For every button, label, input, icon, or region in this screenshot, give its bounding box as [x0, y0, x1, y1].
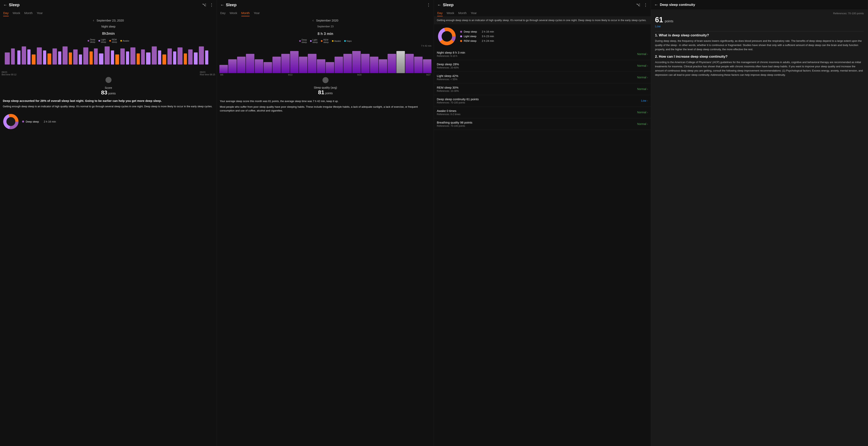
svg-rect-4	[27, 50, 31, 64]
stat-right-1: Normal ›	[637, 64, 648, 67]
stat-row-5[interactable]: Awake 0 times References: 0-2 times Norm…	[434, 107, 651, 118]
panel1-body-text: Getting enough deep sleep is an indicato…	[3, 104, 214, 108]
back-icon-p1[interactable]: ←	[3, 3, 7, 7]
bar-10	[308, 54, 316, 73]
svg-rect-35	[188, 50, 193, 64]
back-icon-p3[interactable]: ←	[437, 3, 441, 7]
panel4-title: Deep sleep continuity	[660, 3, 865, 7]
tab-week-p2[interactable]: Week	[230, 11, 237, 16]
tab-month-p2[interactable]: Month	[241, 11, 250, 16]
stat-status-3: Normal	[637, 87, 646, 91]
score-val-p2: 81 points	[318, 89, 333, 96]
prev-arrow-p1[interactable]: ‹	[93, 18, 94, 23]
divider-p4	[655, 31, 864, 31]
panel-deep-sleep-info: ← Deep sleep continuity References: 70-1…	[651, 0, 868, 446]
stat-ref-3: References: 10-30%	[437, 90, 459, 92]
svg-rect-27	[146, 53, 151, 64]
legend-dot-deep-p1	[88, 40, 89, 41]
panel2-text: Your average sleep score this month was …	[217, 98, 434, 116]
tab-week-p3[interactable]: Week	[447, 11, 454, 16]
date-label-p1: September 23, 2020	[97, 19, 124, 22]
stat-left-1: Deep sleep 28% References: 20-60%	[437, 62, 459, 69]
stat-left-6: Breathing quality 98 points References: …	[437, 121, 472, 127]
stat-right-5: Normal ›	[637, 111, 648, 114]
panel2-x-labels: 9/6 9/13 9/20 9/27	[219, 73, 432, 76]
svg-rect-26	[141, 50, 145, 64]
stat-name-5: Awake 0 times	[437, 109, 460, 113]
bar-6	[273, 57, 281, 73]
stat-name-2: Light sleep 42%	[437, 74, 458, 77]
link-icon-p1[interactable]: ⌥	[202, 3, 206, 7]
donut-item-rem-p3: REM sleep 2 h 24 min	[460, 39, 494, 42]
more-icon-p3[interactable]: ⋮	[644, 2, 648, 7]
sleep-label-p1: Night sleep	[0, 25, 217, 28]
panel2-tabs: Day Week Month Year	[217, 10, 434, 16]
bar-17	[370, 57, 378, 73]
section1-text-p4: During deep sleep, the frequency of brai…	[655, 39, 864, 52]
tab-day-p3[interactable]: Day	[437, 11, 443, 16]
mins-p1: 3	[106, 32, 108, 36]
back-icon-p2[interactable]: ←	[220, 3, 224, 7]
panel1-bold-text: Deep sleep accounted for 28% of overall …	[3, 99, 214, 103]
bar-22	[414, 57, 423, 73]
tab-week-p1[interactable]: Week	[13, 11, 20, 16]
back-icon-p4[interactable]: ←	[654, 2, 658, 7]
bar-19	[388, 54, 396, 73]
stat-left-4: Deep sleep continuity 61 points Referenc…	[437, 97, 478, 104]
stat-row-3[interactable]: REM sleep 30% References: 10-30% Normal …	[434, 84, 651, 95]
svg-rect-19	[105, 46, 110, 64]
stat-right-6: Normal ›	[637, 122, 648, 126]
svg-rect-24	[130, 47, 135, 64]
tab-month-p3[interactable]: Month	[458, 11, 467, 16]
points-label-p4: points	[665, 20, 674, 23]
more-icon-p1[interactable]: ⋮	[210, 2, 214, 7]
stat-left-3: REM sleep 30% References: 10-30%	[437, 86, 459, 92]
legend-awake-p1: Awake	[120, 38, 129, 43]
tab-month-p1[interactable]: Month	[24, 11, 33, 16]
bar-12	[326, 62, 334, 73]
bar-18	[379, 59, 387, 73]
link-icon-p3[interactable]: ⌥	[636, 3, 640, 7]
tab-year-p3[interactable]: Year	[471, 11, 476, 16]
tab-year-p1[interactable]: Year	[37, 11, 42, 16]
legend-deep-p2: Deepsleep	[299, 39, 307, 43]
svg-rect-13	[73, 50, 78, 64]
stat-status-1: Normal	[637, 64, 646, 67]
stat-row-4[interactable]: Deep sleep continuity 61 points Referenc…	[434, 95, 651, 107]
slider-p1[interactable]	[0, 76, 217, 84]
panel1-header: ← Sleep ⌥ ⋮	[0, 0, 217, 10]
svg-rect-23	[126, 52, 129, 64]
more-icon-p2[interactable]: ⋮	[427, 2, 431, 7]
tab-day-p2[interactable]: Day	[220, 11, 226, 16]
panel1-text: Deep sleep accounted for 28% of overall …	[0, 97, 217, 112]
stat-row-2[interactable]: Light sleep 42% References: < 55% Normal…	[434, 72, 651, 84]
stat-row-6[interactable]: Breathing quality 98 points References: …	[434, 118, 651, 130]
tab-year-p2[interactable]: Year	[254, 11, 259, 16]
slider-thumb-p2[interactable]	[322, 77, 329, 83]
tab-day-p1[interactable]: Day	[3, 11, 9, 16]
donut-item-light-p3: Light sleep 3 h 23 min	[460, 35, 494, 38]
svg-rect-33	[178, 47, 182, 64]
panel2-score-row: Sleep quality (avg) 81 points	[217, 84, 434, 98]
stat-name-4: Deep sleep continuity 61 points	[437, 97, 478, 101]
points-value-p4: 61	[655, 16, 663, 24]
panel3-donut: Deep sleep 2 h 16 min Light sleep 3 h 23…	[434, 24, 651, 49]
svg-rect-2	[17, 51, 21, 64]
stat-ref-5: References: 0-2 times	[437, 113, 460, 116]
panel1-date-nav: ‹ September 23, 2020	[0, 16, 217, 25]
svg-rect-15	[83, 47, 88, 64]
svg-rect-7	[43, 51, 46, 64]
panel3-top-text: Getting enough deep sleep is an indicato…	[434, 16, 651, 24]
svg-rect-12	[69, 53, 72, 64]
panel2-body-text: Your average sleep score this month was …	[220, 99, 431, 103]
stat-row-0[interactable]: Night sleep 8 h 3 min References: 6-10 h…	[434, 49, 651, 60]
svg-rect-1	[11, 49, 15, 64]
stat-ref-6: References: 70-100 points	[437, 125, 472, 127]
stat-row-1[interactable]: Deep sleep 28% References: 20-60% Normal…	[434, 60, 651, 72]
score-col-p2: Sleep quality (avg) 81 points	[314, 86, 337, 96]
stat-name-0: Night sleep 8 h 3 min	[437, 51, 465, 54]
panel2-scroll: ‹ September 2020 September 23 8 h 3 min …	[217, 16, 434, 446]
prev-arrow-p2[interactable]: ‹	[312, 18, 314, 23]
slider-thumb-p1[interactable]	[105, 77, 112, 83]
slider-p2[interactable]	[217, 76, 434, 84]
